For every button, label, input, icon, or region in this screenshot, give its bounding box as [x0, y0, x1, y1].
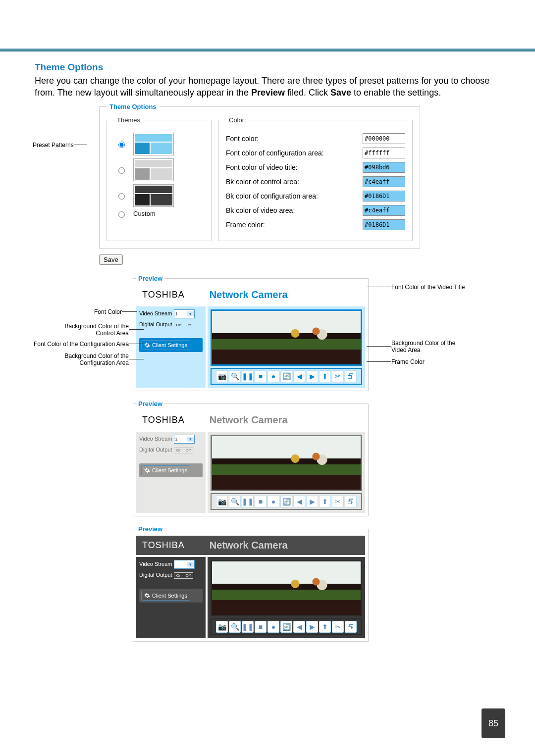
- save-button[interactable]: Save: [99, 254, 123, 265]
- toolbar-button-2[interactable]: ❚❚: [242, 621, 254, 633]
- gear-icon: [144, 467, 150, 473]
- video-title: Network Camera: [210, 540, 288, 551]
- theme-options-panel: Theme Options Themes: [99, 103, 420, 249]
- color-label: Font color of configuration area:: [226, 149, 324, 157]
- digital-output-toggle[interactable]: OnOff: [174, 572, 193, 579]
- client-settings-button[interactable]: Client Settings: [141, 340, 190, 350]
- color-input[interactable]: [363, 176, 405, 187]
- color-input[interactable]: [363, 148, 405, 158]
- theme-pattern-3[interactable]: [116, 184, 202, 207]
- color-row-6: Frame color:: [226, 219, 405, 230]
- configuration-area: Client Settings: [139, 589, 203, 603]
- toolbar-button-8[interactable]: ⬆: [319, 621, 331, 633]
- intro-save-word: Save: [330, 88, 351, 98]
- color-row-4: Bk color of configuration area:: [226, 191, 405, 202]
- video-stream-select[interactable]: 1▾: [174, 435, 195, 444]
- toolbar-button-4[interactable]: ●: [268, 621, 279, 633]
- toolbar-button-4[interactable]: ●: [268, 496, 279, 507]
- toolbar-button-0[interactable]: 📷: [216, 621, 228, 633]
- toolbar-button-9[interactable]: ✂: [332, 370, 344, 382]
- toolbar-button-2[interactable]: ❚❚: [242, 370, 254, 382]
- color-panel: Color: Font color:Font color of configur…: [218, 116, 413, 241]
- toolbar-button-4[interactable]: ●: [268, 370, 279, 382]
- intro-part2: filed. Click: [285, 88, 330, 98]
- toolbar-button-5[interactable]: 🔄: [280, 370, 292, 382]
- client-settings-button[interactable]: Client Settings: [141, 465, 190, 475]
- digital-output-toggle[interactable]: OnOff: [174, 322, 193, 328]
- toolbar-button-3[interactable]: ■: [255, 621, 267, 633]
- toolbar-button-2[interactable]: ❚❚: [242, 496, 254, 507]
- video-frame: [211, 309, 362, 366]
- toolbar-button-6[interactable]: ◀: [293, 621, 305, 633]
- video-frame: [211, 435, 362, 491]
- color-input[interactable]: [363, 191, 405, 202]
- theme-radio-custom[interactable]: [118, 211, 125, 218]
- color-input[interactable]: [363, 162, 405, 173]
- color-input[interactable]: [363, 205, 405, 216]
- preview-panel-2: PreviewTOSHIBANetwork CameraVideo Stream…: [133, 400, 369, 516]
- toolbar-button-9[interactable]: ✂: [332, 496, 344, 507]
- preview-header: TOSHIBANetwork Camera: [136, 536, 365, 555]
- preview-header: TOSHIBANetwork Camera: [136, 285, 365, 304]
- color-row-1: Font color of configuration area:: [226, 148, 405, 158]
- toolbar-button-8[interactable]: ⬆: [319, 370, 331, 382]
- theme-radio-3[interactable]: [118, 193, 125, 200]
- document-page: Theme Options Here you can change the co…: [0, 0, 535, 756]
- toolbar-button-1[interactable]: 🔍: [229, 370, 241, 382]
- video-toolbar: 📷🔍❚❚■●🔄◀▶⬆✂🗗: [211, 493, 362, 510]
- annot-font-color: Font Color: [94, 308, 137, 315]
- video-stream-select[interactable]: 1▾: [174, 309, 195, 318]
- toolbar-button-1[interactable]: 🔍: [229, 621, 241, 633]
- toolbar-button-5[interactable]: 🔄: [280, 496, 292, 507]
- control-area: Video Stream 1▾Digital Output OnOffClien…: [136, 432, 206, 513]
- toolbar-button-10[interactable]: 🗗: [345, 370, 357, 382]
- client-settings-button[interactable]: Client Settings: [141, 591, 190, 601]
- annot-video-title-label: Font Color of the Video Title: [391, 284, 465, 291]
- toolbar-button-1[interactable]: 🔍: [229, 496, 241, 507]
- toolbar-button-7[interactable]: ▶: [306, 496, 318, 507]
- annot-video-title: Font Color of the Video Title: [367, 284, 465, 291]
- intro-part3: to enable the settings.: [351, 88, 441, 98]
- annot-conf-font-label: Font Color of the Configuration Area: [34, 341, 129, 348]
- color-label: Bk color of control area:: [226, 178, 299, 186]
- theme-radio-1[interactable]: [118, 142, 125, 148]
- toolbar-button-6[interactable]: ◀: [293, 370, 305, 382]
- configuration-area: Client Settings: [139, 338, 203, 352]
- toolbar-button-3[interactable]: ■: [255, 496, 267, 507]
- toolbar-button-7[interactable]: ▶: [306, 621, 318, 633]
- video-title: Network Camera: [210, 289, 288, 301]
- color-label: Bk color of video area:: [226, 206, 295, 214]
- color-row-0: Font color:: [226, 133, 405, 144]
- theme-pattern-custom[interactable]: Custom: [116, 210, 202, 218]
- theme-pattern-1[interactable]: [116, 133, 202, 155]
- themes-panel: Themes: [107, 116, 212, 241]
- theme-swatch-3: [133, 184, 174, 207]
- digital-output-toggle[interactable]: OnOff: [174, 447, 193, 454]
- video-scene: [212, 436, 361, 490]
- video-stream-select[interactable]: 1▾: [174, 560, 195, 569]
- toolbar-button-9[interactable]: ✂: [332, 621, 344, 633]
- video-frame: [211, 560, 362, 616]
- toolbar-button-10[interactable]: 🗗: [345, 496, 357, 507]
- toolbar-button-0[interactable]: 📷: [216, 496, 228, 507]
- toolbar-button-0[interactable]: 📷: [216, 370, 228, 382]
- previews: PreviewTOSHIBANetwork CameraVideo Stream…: [132, 275, 370, 642]
- toolbar-button-5[interactable]: 🔄: [280, 621, 292, 633]
- theme-radio-2[interactable]: [118, 167, 125, 174]
- color-input[interactable]: [363, 219, 405, 230]
- color-input[interactable]: [363, 133, 405, 144]
- annot-control-bg-label: Background Color of the Control Area: [59, 323, 129, 337]
- toolbar-button-10[interactable]: 🗗: [345, 621, 357, 633]
- toolbar-button-8[interactable]: ⬆: [319, 496, 331, 507]
- client-settings-label: Client Settings: [152, 593, 187, 599]
- digital-output-row: Digital Output OnOff: [139, 572, 203, 579]
- toolbar-button-7[interactable]: ▶: [306, 370, 318, 382]
- annot-conf-bg-label: Background Color of the Configuration Ar…: [50, 353, 129, 366]
- toolbar-button-6[interactable]: ◀: [293, 496, 305, 507]
- video-stream-row: Video Stream 1▾: [139, 435, 203, 444]
- intro-text: Here you can change the color of your ho…: [35, 75, 505, 99]
- themes-legend: Themes: [114, 116, 143, 124]
- theme-pattern-2[interactable]: [116, 158, 202, 181]
- toolbar-button-3[interactable]: ■: [255, 370, 267, 382]
- theme-swatch-1: [133, 133, 174, 155]
